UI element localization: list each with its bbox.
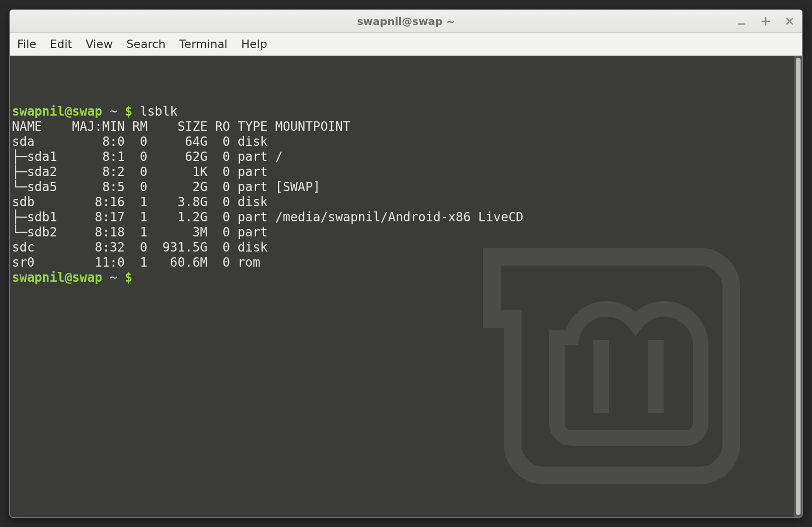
menu-view[interactable]: View <box>85 37 112 51</box>
prompt-path: ~ <box>110 104 125 119</box>
svg-rect-0 <box>738 23 745 25</box>
lsblk-row: sdc 8:32 0 931.5G 0 disk <box>12 240 790 255</box>
prompt-symbol: $ <box>125 104 140 119</box>
lsblk-row: ├─sda1 8:1 0 62G 0 part / <box>12 149 790 165</box>
scrollbar-thumb[interactable] <box>796 58 801 515</box>
lsblk-row: sda 8:0 0 64G 0 disk <box>12 134 790 149</box>
menu-terminal[interactable]: Terminal <box>179 37 227 51</box>
lsblk-row: ├─sda2 8:2 0 1K 0 part <box>12 165 790 180</box>
menu-help[interactable]: Help <box>241 37 267 51</box>
prompt-symbol: $ <box>125 270 140 285</box>
titlebar-controls <box>734 10 797 32</box>
svg-rect-2 <box>762 20 770 22</box>
maximize-button[interactable] <box>758 14 773 29</box>
menu-edit[interactable]: Edit <box>50 37 72 51</box>
menubar: File Edit View Search Terminal Help <box>10 33 802 56</box>
prompt-userhost: swapnil@swap <box>12 104 110 119</box>
lsblk-row: ├─sdb1 8:17 1 1.2G 0 part /media/swapnil… <box>12 210 790 225</box>
prompt-line: swapnil@swap ~ $ <box>12 270 790 285</box>
minimize-button[interactable] <box>734 14 749 29</box>
terminal-viewport[interactable]: swapnil@swap ~ $ lsblkNAME MAJ:MIN RM SI… <box>10 56 794 517</box>
prompt-path: ~ <box>110 270 125 285</box>
lsblk-row: sr0 11:0 1 60.6M 0 rom <box>12 255 790 270</box>
prompt-userhost: swapnil@swap <box>12 270 110 285</box>
command: lsblk <box>140 104 177 119</box>
menu-search[interactable]: Search <box>126 37 166 51</box>
lsblk-header: NAME MAJ:MIN RM SIZE RO TYPE MOUNTPOINT <box>12 119 790 134</box>
lsblk-row: └─sda5 8:5 0 2G 0 part [SWAP] <box>12 180 790 195</box>
titlebar[interactable]: swapnil@swap ~ <box>10 10 802 33</box>
close-button[interactable] <box>782 14 797 29</box>
menu-file[interactable]: File <box>17 37 36 51</box>
lsblk-row: └─sdb2 8:18 1 3M 0 part <box>12 225 790 240</box>
prompt-line: swapnil@swap ~ $ lsblk <box>12 104 790 119</box>
scrollbar[interactable] <box>794 56 802 517</box>
lsblk-row: sdb 8:16 1 3.8G 0 disk <box>12 195 790 210</box>
window-title: swapnil@swap ~ <box>357 15 455 28</box>
terminal-window: swapnil@swap ~ File Edit View Search <box>9 9 803 518</box>
terminal-area: swapnil@swap ~ $ lsblkNAME MAJ:MIN RM SI… <box>10 56 802 517</box>
